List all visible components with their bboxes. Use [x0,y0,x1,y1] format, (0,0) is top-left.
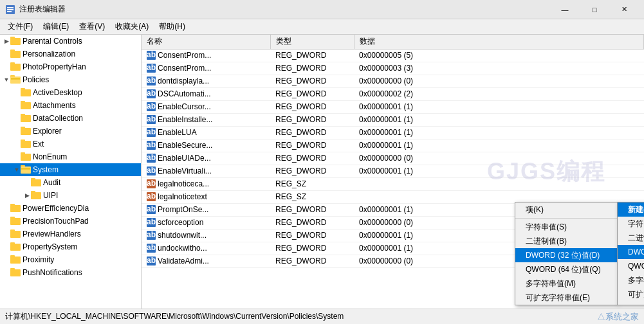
table-row[interactable]: ablegalnoticeca...REG_SZ [142,177,644,190]
table-row[interactable]: abDSCAutomati...REG_DWORD0x00000002 (2) [142,87,644,100]
tree-item[interactable]: ActiveDesktop [0,86,141,99]
submenu-item[interactable]: QWORD (64 位)值(Q) [618,259,644,273]
tree-item[interactable]: ▶UIPI [0,189,141,202]
context-menu-item[interactable]: 项(K) [515,203,617,217]
table-row[interactable]: abEnableUIADe...REG_DWORD0x00000000 (0) [142,152,644,165]
svg-rect-12 [11,78,20,80]
reg-name: EnableUIADe... [158,154,211,163]
context-menu-item[interactable]: 字符串值(S) [515,220,617,234]
table-row[interactable]: abEnableCursor...REG_DWORD0x00000001 (1) [142,100,644,113]
tree-item[interactable]: NonEnum [0,150,141,163]
reg-name: ValidateAdmi... [158,256,209,266]
tree-item[interactable]: Proximity [0,253,141,266]
context-menu-overlay: 项(K)字符串值(S)二进制值(B)DWORD (32 位)值(D)QWORD … [515,202,644,305]
svg-rect-11 [10,76,21,84]
reg-name: EnableCursor... [158,102,211,111]
context-menu-item[interactable]: DWORD (32 位)值(D) [515,248,617,262]
svg-rect-16 [21,102,31,109]
svg-text:ab: ab [147,231,156,239]
reg-type-cell: REG_DWORD [270,87,354,100]
title-bar: 注册表编辑器 — □ ✕ [0,0,644,19]
menu-edit[interactable]: 编辑(E) [38,20,74,34]
reg-name-cell: abConsentProm... [142,49,270,62]
folder-icon [10,229,21,240]
svg-text:ab: ab [147,244,156,252]
svg-rect-14 [21,89,31,96]
menu-view[interactable]: 查看(V) [74,20,110,34]
tree-item[interactable]: Ext [0,138,141,150]
reg-data-cell [354,177,644,190]
reg-type-cell: REG_DWORD [270,242,354,255]
submenu-item[interactable]: 多字符串值(M) [618,273,644,287]
tree-item[interactable]: ▼System [0,163,141,176]
reg-type-cell: REG_DWORD [270,75,354,87]
menu-help[interactable]: 帮助(H) [154,20,190,34]
tree-item[interactable]: PhotoPropertyHan [0,60,141,73]
folder-icon [10,203,21,214]
table-row[interactable]: abConsentProm...REG_DWORD0x00000005 (5) [142,49,644,62]
tree-item-label: PhotoPropertyHan [23,62,86,71]
tree-item[interactable]: Audit [0,176,141,189]
tree-item[interactable]: PushNotifications [0,266,141,279]
table-row[interactable]: abEnableVirtuali...REG_DWORD0x00000001 (… [142,165,644,177]
folder-icon [21,152,31,163]
tree-item[interactable]: ▶Parental Controls [0,35,141,48]
reg-data-cell: 0x00000001 (1) [354,139,644,152]
minimize-button[interactable]: — [550,0,580,19]
tree-item-label: PrecisionTouchPad [23,217,89,226]
svg-text:ab: ab [147,205,156,213]
reg-type-cell: REG_SZ [270,190,354,203]
svg-rect-39 [10,244,21,251]
folder-icon [10,267,21,278]
status-path: 计算机\HKEY_LOCAL_MACHINE\SOFTWARE\Microsof… [5,311,344,322]
reg-name-cell: abEnableSecure... [142,139,270,152]
submenu-item[interactable]: 可扩充字符串值(E) [618,287,644,302]
reg-name-cell: abdontdisplayla... [142,75,270,87]
reg-type-cell: REG_DWORD [270,100,354,113]
tree-item[interactable]: Personalization [0,48,141,60]
reg-name-cell: abEnableLUA [142,126,270,139]
reg-name: shutdownwit... [158,231,207,240]
tree-item[interactable]: DataCollection [0,112,141,125]
submenu-item[interactable]: 二进制值(B) [618,231,644,245]
reg-type-cell: REG_DWORD [270,203,354,216]
reg-type-cell: REG_SZ [270,177,354,190]
submenu-item[interactable]: DWORD (32 位)值(D) [618,245,644,259]
context-menu-item[interactable]: QWORD (64 位)值(Q) [515,262,617,276]
reg-data-cell: 0x00000005 (5) [354,49,644,62]
menu-file[interactable]: 文件(F) [3,20,38,34]
tree-item[interactable]: Explorer [0,125,141,138]
table-row[interactable]: abdontdisplayla...REG_DWORD0x00000000 (0… [142,75,644,87]
tree-item[interactable]: PowerEfficiencyDia [0,202,141,215]
context-menu-item[interactable]: 可扩充字符串值(E) [515,291,617,305]
reg-name: PromptOnSe... [158,205,208,214]
tree-item-label: Policies [23,75,49,84]
submenu-item[interactable]: 字符串值(S) [618,217,644,231]
close-button[interactable]: ✕ [609,0,639,19]
folder-icon [10,75,21,86]
table-row[interactable]: abEnableInstalle...REG_DWORD0x00000001 (… [142,113,644,126]
svg-text:ab: ab [147,166,156,175]
tree-item[interactable]: ▼Policies [0,73,141,86]
tree-item-label: PreviewHandlers [23,230,81,239]
maximize-button[interactable]: □ [580,0,609,19]
svg-text:ab: ab [147,102,156,111]
svg-text:ab: ab [147,218,156,226]
tree-item[interactable]: PropertySystem [0,240,141,253]
folder-icon [10,49,21,60]
tree-item[interactable]: PrecisionTouchPad [0,215,141,228]
context-menu-item[interactable]: 二进制值(B) [515,234,617,248]
tree-item[interactable]: Attachments [0,99,141,112]
table-row[interactable]: abEnableSecure...REG_DWORD0x00000001 (1) [142,139,644,152]
svg-text:ab: ab [147,115,156,123]
table-row[interactable]: abEnableLUAREG_DWORD0x00000001 (1) [142,126,644,139]
tree-panel[interactable]: ▶Parental ControlsPersonalizationPhotoPr… [0,35,142,309]
reg-name: EnableSecure... [158,141,212,150]
tree-item[interactable]: PreviewHandlers [0,228,141,240]
table-row[interactable]: abConsentProm...REG_DWORD0x00000003 (3) [142,62,644,75]
table-row[interactable]: ablegalnoticetextREG_SZ [142,190,644,203]
context-menu-item[interactable]: 多字符串值(M) [515,276,617,291]
status-bar: 计算机\HKEY_LOCAL_MACHINE\SOFTWARE\Microsof… [0,309,644,324]
menu-favorites[interactable]: 收藏夹(A) [110,20,154,34]
svg-text:ab: ab [147,64,156,72]
